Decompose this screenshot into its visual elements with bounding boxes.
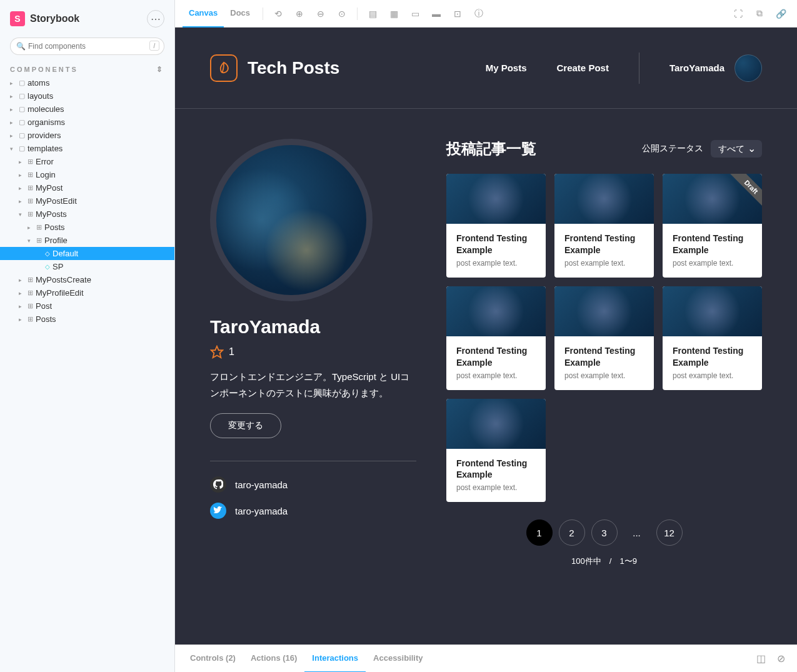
tree-item-providers[interactable]: ▸▢providers xyxy=(0,129,174,142)
app-nav: My Posts Create Post TaroYamada xyxy=(486,53,762,84)
fullscreen-icon[interactable]: ⛶ xyxy=(729,5,747,23)
section-header[interactable]: COMPONENTS ⇕ xyxy=(0,63,174,76)
component-icon: ⊞ xyxy=(28,197,33,205)
nav-my-posts[interactable]: My Posts xyxy=(486,63,527,73)
viewport-icon[interactable]: ▭ xyxy=(406,5,424,23)
tree-item-organisms[interactable]: ▸▢organisms xyxy=(0,116,174,129)
tree-item-profile[interactable]: ▾⊞Profile xyxy=(0,234,174,247)
remount-icon[interactable]: ⟲ xyxy=(269,5,287,23)
storybook-logo[interactable]: S Storybook xyxy=(10,11,79,26)
brand-name: Storybook xyxy=(30,13,79,24)
tree-item-post[interactable]: ▸⊞Post xyxy=(0,299,174,313)
posts-grid: Frontend Testing Examplepost example tex… xyxy=(446,174,762,502)
filter-select[interactable]: すべて xyxy=(711,140,762,158)
measure-icon[interactable]: ▬ xyxy=(428,5,445,23)
story-icon: ◇ xyxy=(45,263,50,270)
tree-item-posts[interactable]: ▸⊞Posts xyxy=(0,221,174,234)
tree-item-sp[interactable]: ◇SP xyxy=(0,260,174,273)
page-3[interactable]: 3 xyxy=(591,519,618,546)
tree-label: MyPosts xyxy=(36,209,67,219)
chevron-icon: ▸ xyxy=(10,106,16,113)
zoom-in-icon[interactable]: ⊕ xyxy=(291,5,308,23)
search-input[interactable] xyxy=(10,38,164,55)
component-icon: ⊞ xyxy=(36,236,42,244)
tree-label: Login xyxy=(36,170,56,179)
page-12[interactable]: 12 xyxy=(656,519,683,546)
addon-close-icon[interactable]: ⊘ xyxy=(772,650,789,668)
post-card[interactable]: Frontend Testing Examplepost example tex… xyxy=(446,174,546,278)
chevron-icon: ▸ xyxy=(19,172,25,178)
background-icon[interactable]: ▤ xyxy=(364,5,381,23)
tree-item-layouts[interactable]: ▸▢layouts xyxy=(0,89,174,103)
page-2[interactable]: 2 xyxy=(559,519,585,546)
tree-item-mypostedit[interactable]: ▸⊞MyPostEdit xyxy=(0,194,174,208)
tree-item-mypostscreate[interactable]: ▸⊞MyPostsCreate xyxy=(0,273,174,286)
zoom-out-icon[interactable]: ⊖ xyxy=(312,5,329,23)
addon-tab-accessibility[interactable]: Accessibility xyxy=(366,645,431,673)
component-icon: ⊞ xyxy=(28,276,33,284)
nav-user[interactable]: TaroYamada xyxy=(669,54,762,82)
tree-item-atoms[interactable]: ▸▢atoms xyxy=(0,76,174,89)
post-card[interactable]: Frontend Testing Examplepost example tex… xyxy=(446,286,546,390)
edit-profile-button[interactable]: 変更する xyxy=(210,413,281,438)
tree-item-molecules[interactable]: ▸▢molecules xyxy=(0,103,174,116)
social-github[interactable]: taro-yamada xyxy=(210,476,416,493)
sidebar-menu-button[interactable]: ⋯ xyxy=(147,10,164,28)
sidebar: S Storybook ⋯ 🔍 / COMPONENTS ⇕ ▸▢atoms▸▢… xyxy=(0,0,175,672)
tree-item-posts[interactable]: ▸⊞Posts xyxy=(0,313,174,326)
addon-tab-interactions[interactable]: Interactions xyxy=(304,645,366,673)
sidebar-header: S Storybook ⋯ xyxy=(0,0,174,38)
profile-panel: TaroYamada 1 フロントエンドエンジニア。TypeScript と U… xyxy=(210,139,416,567)
open-new-tab-icon[interactable]: ⧉ xyxy=(751,5,768,23)
addon-tab-controls[interactable]: Controls (2) xyxy=(183,645,243,673)
tab-canvas[interactable]: Canvas xyxy=(183,0,224,28)
search-icon: 🔍 xyxy=(16,42,26,51)
star-icon xyxy=(210,345,224,359)
post-card[interactable]: DraftFrontend Testing Examplepost exampl… xyxy=(663,174,762,278)
card-desc: post example text. xyxy=(564,259,644,268)
page-1[interactable]: 1 xyxy=(526,519,553,546)
storybook-icon: S xyxy=(10,11,25,26)
accessibility-icon[interactable]: ⓘ xyxy=(470,5,488,23)
card-desc: post example text. xyxy=(456,371,536,380)
tree-item-templates[interactable]: ▾▢templates xyxy=(0,142,174,155)
card-title: Frontend Testing Example xyxy=(564,345,644,369)
tree-item-mypost[interactable]: ▸⊞MyPost xyxy=(0,181,174,194)
zoom-reset-icon[interactable]: ⊙ xyxy=(333,5,351,23)
component-icon: ⊞ xyxy=(28,302,33,310)
chevron-icon: ▾ xyxy=(19,211,25,218)
social-twitter[interactable]: taro-yamada xyxy=(210,503,416,519)
card-image xyxy=(554,174,654,224)
post-card[interactable]: Frontend Testing Examplepost example tex… xyxy=(554,174,654,278)
tree-item-login[interactable]: ▸⊞Login xyxy=(0,168,174,181)
card-title: Frontend Testing Example xyxy=(456,458,536,481)
folder-icon: ▢ xyxy=(19,105,25,113)
chevron-icon: ▸ xyxy=(10,133,16,139)
addon-panel-position-icon[interactable]: ◫ xyxy=(752,650,769,668)
chevron-icon: ▾ xyxy=(10,146,16,152)
profile-star: 1 xyxy=(210,345,416,359)
tab-docs[interactable]: Docs xyxy=(224,0,256,28)
addon-tab-actions[interactable]: Actions (16) xyxy=(243,645,304,673)
tree-item-myprofileedit[interactable]: ▸⊞MyProfileEdit xyxy=(0,286,174,299)
tree-item-myposts[interactable]: ▾⊞MyPosts xyxy=(0,208,174,221)
tree-item-default[interactable]: ◇Default xyxy=(0,247,174,260)
expand-collapse-icon[interactable]: ⇕ xyxy=(156,65,164,74)
card-image xyxy=(554,286,654,336)
copy-link-icon[interactable]: 🔗 xyxy=(772,5,789,23)
post-card[interactable]: Frontend Testing Examplepost example tex… xyxy=(663,286,762,390)
grid-icon[interactable]: ▦ xyxy=(385,5,403,23)
twitter-icon xyxy=(210,503,226,519)
star-count: 1 xyxy=(229,346,234,358)
profile-avatar xyxy=(210,139,373,301)
nav-create-post[interactable]: Create Post xyxy=(557,63,609,73)
chevron-icon: ▸ xyxy=(19,303,25,309)
app-logo[interactable]: Tech Posts xyxy=(210,54,339,82)
outline-icon[interactable]: ⊡ xyxy=(449,5,466,23)
toolbar-separator xyxy=(357,8,358,20)
tree-label: templates xyxy=(28,144,63,153)
post-card[interactable]: Frontend Testing Examplepost example tex… xyxy=(446,399,546,503)
post-card[interactable]: Frontend Testing Examplepost example tex… xyxy=(554,286,654,390)
tree-item-error[interactable]: ▸⊞Error xyxy=(0,155,174,168)
tree-label: MyPostEdit xyxy=(36,196,77,206)
